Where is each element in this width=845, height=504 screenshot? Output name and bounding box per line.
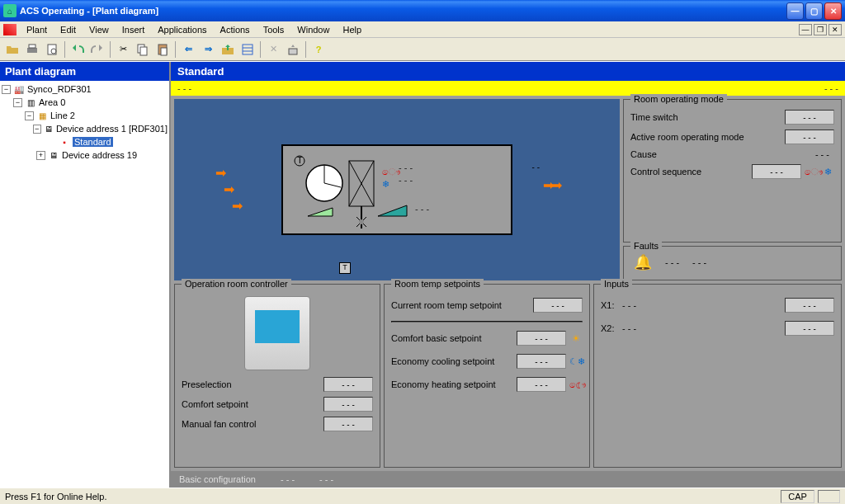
controller-image	[244, 296, 310, 370]
forward-button[interactable]: ⇒	[199, 40, 217, 59]
help-button[interactable]: ?	[309, 40, 328, 59]
economy-heating-label: Economy heating setpoint	[391, 379, 517, 389]
close-button[interactable]: ✕	[824, 2, 842, 20]
x2-text: - - -	[622, 323, 785, 333]
tree-node-root[interactable]: −🏭Synco_RDF301	[2, 82, 168, 96]
moon-cool-icon: ☾❄	[569, 356, 583, 367]
economy-heating-value[interactable]: - - -	[517, 377, 566, 392]
print-button[interactable]	[23, 40, 41, 59]
x1-label: X1:	[601, 300, 622, 310]
footer-strip: Basic configuration - - - - - -	[171, 471, 845, 488]
mdi-restore-button[interactable]: ❐	[814, 24, 827, 35]
menu-bar: Plant Edit View Insert Applications Acti…	[0, 21, 845, 38]
svg-rect-0	[27, 48, 37, 53]
app-icon: ⌂	[3, 4, 17, 17]
comfort-setpoint-label: Comfort setpoint	[182, 399, 323, 409]
plant-diagram: ➡ ➡ ➡ T ෞ ❄	[174, 99, 620, 280]
group-legend: Room operating mode	[630, 94, 727, 104]
manual-fan-label: Manual fan control	[182, 419, 323, 429]
comfort-setpoint-value[interactable]: - - -	[323, 397, 373, 412]
window-title: ACS Operating - [Plant diagram]	[20, 6, 786, 16]
open-button[interactable]	[3, 40, 21, 59]
alarm-strip: - - - - - -	[171, 81, 845, 96]
room-temp-setpoints-group: Room temp setpoints Current room temp se…	[384, 284, 590, 468]
menu-edit[interactable]: Edit	[54, 23, 83, 36]
undo-button[interactable]	[68, 40, 87, 59]
maximize-button[interactable]: ▢	[805, 2, 823, 20]
group-legend: Room temp setpoints	[391, 279, 484, 289]
menu-window[interactable]: Window	[290, 23, 336, 36]
heat-icon: ෞ	[805, 167, 818, 177]
current-setpoint-label: Current room temp setpoint	[391, 300, 533, 310]
tree-view[interactable]: −🏭Synco_RDF301 −▥Area 0 −▦Line 2 −🖥Devic…	[0, 81, 169, 488]
svg-marker-22	[308, 208, 333, 216]
svg-text:ෞ: ෞ	[382, 167, 400, 177]
basic-config-label[interactable]: Basic configuration	[179, 474, 256, 484]
group-legend: Faults	[630, 241, 662, 251]
back-button[interactable]: ⇐	[179, 40, 197, 59]
sidebar-title: Plant diagram	[0, 62, 169, 81]
menu-applications[interactable]: Applications	[151, 23, 213, 36]
copy-button[interactable]	[134, 40, 152, 59]
preselection-value[interactable]: - - -	[323, 377, 373, 392]
print-preview-button[interactable]	[43, 40, 61, 59]
group-legend: Operation room controller	[182, 279, 291, 289]
inputs-group: Inputs X1:- - -- - - X2:- - -- - -	[593, 284, 842, 468]
operation-room-controller-group: Operation room controller Preselection- …	[174, 284, 380, 468]
menu-tools[interactable]: Tools	[257, 23, 291, 36]
svg-text:- - -: - - -	[399, 163, 413, 172]
tree-node-dev1[interactable]: −🖥Device address 1 [RDF301]	[2, 122, 168, 135]
menu-actions[interactable]: Actions	[214, 23, 257, 36]
toolbar: ✂ ⇐ ⇒ ✕ ?	[0, 38, 845, 61]
diagram-value: - -	[532, 163, 540, 172]
x1-value[interactable]: - - -	[785, 298, 834, 313]
mdi-close-button[interactable]: ✕	[828, 24, 842, 35]
time-switch-label: Time switch	[630, 112, 785, 122]
x2-value[interactable]: - - -	[785, 321, 834, 336]
menu-help[interactable]: Help	[336, 23, 368, 36]
menu-view[interactable]: View	[83, 23, 116, 36]
main-title: Standard	[171, 62, 845, 81]
footer-dash-2: - - -	[319, 474, 333, 484]
cut-button[interactable]: ✂	[114, 40, 132, 59]
menu-insert[interactable]: Insert	[116, 23, 152, 36]
manual-fan-value[interactable]: - - -	[323, 417, 373, 431]
x1-text: - - -	[622, 300, 785, 310]
tree-node-standard[interactable]: ▪Standard	[2, 135, 168, 148]
tree-node-line[interactable]: −▦Line 2	[2, 109, 168, 122]
redo-button[interactable]	[88, 40, 106, 59]
svg-rect-8	[243, 45, 253, 54]
delete-button[interactable]: ✕	[264, 40, 282, 59]
properties-button[interactable]	[284, 40, 302, 59]
ctrlseq-value[interactable]: - - -	[752, 164, 801, 179]
faults-group: Faults 🔔 - - - - - -	[623, 246, 842, 280]
cause-value: - - -	[810, 149, 834, 159]
active-mode-value[interactable]: - - -	[785, 130, 834, 144]
main-panel: Standard - - - - - - ➡ ➡ ➡ T	[171, 62, 845, 488]
ctrlseq-label: Control sequence	[630, 167, 752, 177]
status-help-text: Press F1 for Online Help.	[5, 492, 107, 502]
menu-plant[interactable]: Plant	[20, 23, 54, 36]
fault-value-2: - - -	[692, 257, 706, 267]
comfort-basic-value[interactable]: - - -	[517, 331, 566, 346]
minimize-button[interactable]: —	[786, 2, 804, 20]
economy-cooling-label: Economy cooling setpoint	[391, 356, 517, 366]
svg-text:- - -: - - -	[415, 204, 429, 214]
tree-node-area[interactable]: −▥Area 0	[2, 96, 168, 109]
flow-arrow-icon: ➡	[215, 165, 226, 181]
ahu-unit: T ෞ ❄ - - - - - - - - - - -	[281, 144, 512, 235]
up-level-button[interactable]	[219, 40, 237, 59]
svg-rect-7	[161, 48, 167, 55]
economy-cooling-value[interactable]: - - -	[517, 354, 566, 369]
cool-icon: ❄	[821, 167, 834, 177]
temp-sensor-icon: T	[339, 262, 351, 274]
time-switch-value[interactable]: - - -	[785, 110, 834, 125]
grid-button[interactable]	[238, 40, 257, 59]
mdi-minimize-button[interactable]: —	[799, 24, 812, 35]
flow-arrow-icon: ➡	[232, 198, 243, 214]
paste-button[interactable]	[153, 40, 172, 59]
preselection-label: Preselection	[182, 379, 323, 389]
tree-node-dev19[interactable]: +🖥Device address 19	[2, 148, 168, 162]
group-legend: Inputs	[601, 279, 632, 289]
current-setpoint-value[interactable]: - - -	[533, 298, 583, 313]
